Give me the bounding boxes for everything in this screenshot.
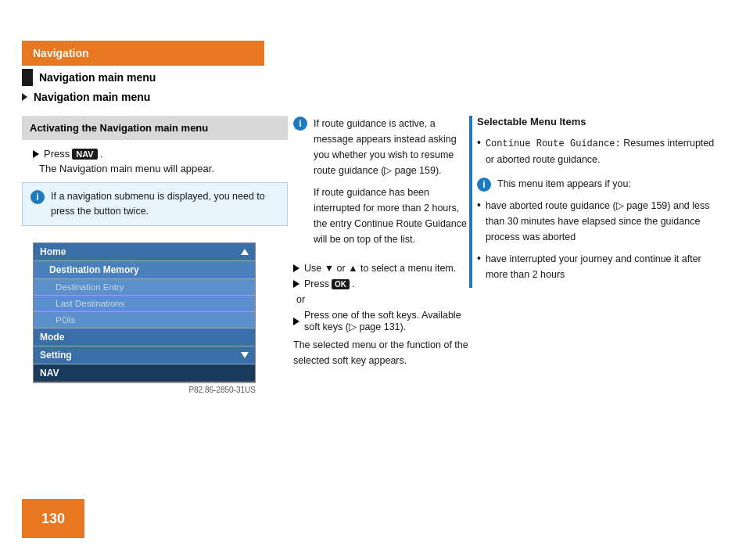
screen-pois: POIs xyxy=(34,312,255,328)
arrow-right-icon xyxy=(33,150,39,158)
part-number: P82.86-2850-31US xyxy=(33,386,256,394)
info-text-left: If a navigation submenu is displayed, yo… xyxy=(51,189,279,219)
header-title: Navigation xyxy=(33,47,89,59)
blue-bar-left xyxy=(469,116,472,288)
bullet-item-3: • have interrupted your journey and cont… xyxy=(477,251,719,282)
press-line: Press NAV . xyxy=(33,148,288,160)
info-text-mid: If route guidance is active, a message a… xyxy=(314,116,469,253)
bullet-content-1: Continue Route Guidance: Resumes interru… xyxy=(486,135,719,167)
screen-pois-text: POIs xyxy=(56,315,76,325)
right-column: Selectable Menu Items • Continue Route G… xyxy=(477,116,719,285)
bullet-dot-3: • xyxy=(477,251,481,265)
nav-button: NAV xyxy=(72,149,97,160)
press-label: Press xyxy=(44,148,70,160)
mid-text-2: If route guidance has been interrupted f… xyxy=(314,185,469,247)
screen-setting-text: Setting xyxy=(40,350,72,361)
period: . xyxy=(100,148,103,160)
page-number: 130 xyxy=(41,511,65,527)
screen-dest-entry: Destination Entry xyxy=(34,279,255,296)
nav-screen: Home Destination Memory Destination Entr… xyxy=(33,242,256,383)
up-triangle-icon xyxy=(241,249,249,255)
screen-dest-memory-text: Destination Memory xyxy=(49,264,139,275)
activating-box: Activating the Navigation main menu xyxy=(22,116,288,140)
arrow-right-soft xyxy=(293,318,299,325)
screen-home: Home xyxy=(40,246,66,257)
left-column: Activating the Navigation main menu Pres… xyxy=(22,116,288,232)
bullet-item-2: • have aborted route guidance (▷ page 15… xyxy=(477,198,719,245)
page-number-box: 130 xyxy=(22,499,84,538)
screen-setting-row: Setting xyxy=(34,346,255,364)
screen-nav-row: NAV xyxy=(34,364,255,382)
mid-text-1: If route guidance is active, a message a… xyxy=(314,116,469,178)
down-triangle-icon xyxy=(241,352,249,358)
bullet-content-2: have aborted route guidance (▷ page 159)… xyxy=(486,198,719,245)
screen-home-row: Home xyxy=(34,243,255,261)
triangle-icon xyxy=(22,93,27,101)
press-ok-line: Press OK . xyxy=(293,278,469,289)
info-box-mid: i If route guidance is active, a message… xyxy=(293,116,469,253)
selectable-title: Selectable Menu Items xyxy=(477,116,719,127)
bullet-1-mono: Continue Route Guidance: xyxy=(486,138,621,149)
selected-text: The selected menu or the function of the… xyxy=(293,337,469,368)
screen-dest-entry-text: Destination Entry xyxy=(56,282,124,292)
mid-column: i If route guidance is active, a message… xyxy=(293,116,469,368)
info-icon-right: i xyxy=(477,178,491,192)
black-bar xyxy=(22,69,33,86)
screen-mode-text: Mode xyxy=(40,332,64,343)
screen-last-dest-text: Last Destinations xyxy=(56,299,124,308)
nav-main-heading-text: Navigation main menu xyxy=(39,71,156,84)
bullet-content-3: have interrupted your journey and contin… xyxy=(486,251,719,282)
ok-button: OK xyxy=(332,279,350,289)
ok-period: . xyxy=(352,278,354,289)
info-box-right: i This menu item appears if you: xyxy=(477,177,719,192)
bullet-item-1: • Continue Route Guidance: Resumes inter… xyxy=(477,135,719,167)
press-softkeys-text: Press one of the soft keys. Available so… xyxy=(304,310,469,332)
appear-text: The Navigation main menu will appear. xyxy=(39,163,288,174)
use-arrows-text: Use ▼ or ▲ to select a menu item. xyxy=(304,263,456,274)
screen-nav-text: NAV xyxy=(40,368,59,379)
bullet-dot-2: • xyxy=(477,198,481,212)
screen-dest-memory: Destination Memory xyxy=(34,261,255,279)
info-box-left: i If a navigation submenu is displayed, … xyxy=(22,182,288,226)
info-icon-mid: i xyxy=(293,117,307,131)
nav-main-heading: Navigation main menu xyxy=(22,69,156,86)
arrow-right-ok xyxy=(293,280,299,288)
screen-area: Home Destination Memory Destination Entr… xyxy=(33,242,256,394)
nav-sub-heading: Navigation main menu xyxy=(22,91,150,103)
arrow-right-use xyxy=(293,264,299,272)
nav-sub-heading-text: Navigation main menu xyxy=(34,91,150,103)
info-text-right: This menu item appears if you: xyxy=(497,177,631,192)
bullet-dot-1: • xyxy=(477,135,481,149)
or-text: or xyxy=(296,294,469,305)
press-softkeys-line: Press one of the soft keys. Available so… xyxy=(293,310,469,332)
screen-last-dest: Last Destinations xyxy=(34,296,255,312)
header-banner: Navigation xyxy=(22,41,264,66)
activating-title: Activating the Navigation main menu xyxy=(30,122,280,134)
press-ok-text: Press xyxy=(304,278,329,289)
info-icon-left: i xyxy=(30,190,45,204)
screen-mode-row: Mode xyxy=(34,328,255,346)
use-arrows-line: Use ▼ or ▲ to select a menu item. xyxy=(293,263,469,274)
